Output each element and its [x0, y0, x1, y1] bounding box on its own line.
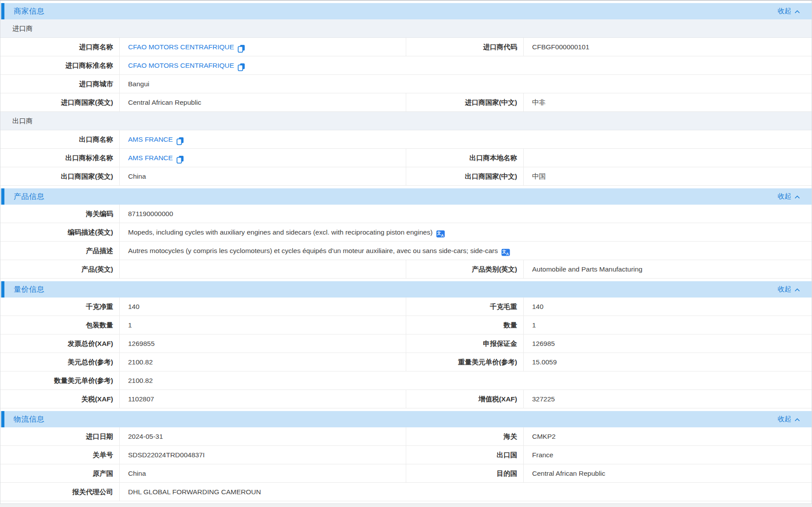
value-text: Mopeds, including cycles with auxiliary …: [128, 228, 433, 236]
table-row: 出口商名称AMS FRANCE: [0, 130, 812, 149]
value-text: China: [128, 173, 146, 180]
field-label: 美元总价(参考): [0, 353, 120, 371]
field-label: 出口商国家(中文): [406, 167, 524, 185]
field-label: 数量美元单价(参考): [0, 371, 120, 389]
value-text: SDSD22024TRD004837I: [128, 451, 205, 459]
field-value: CFAO MOTORS CENTRAFRIQUE: [120, 56, 812, 74]
field-value: 1: [524, 316, 812, 334]
collapse-label: 收起: [778, 415, 791, 424]
value-text: Automobile and Parts Manufacturing: [532, 265, 643, 273]
field-label: 产品描述: [0, 242, 120, 260]
table-row: 海关编码871190000000: [0, 205, 812, 223]
section-product-info: 产品信息收起海关编码871190000000编码描述(英文)Mopeds, in…: [0, 188, 812, 279]
table-row: 包装数量1数量1: [0, 316, 812, 334]
value-text: Central African Republic: [532, 470, 605, 477]
field-value: 1: [120, 316, 406, 334]
company-link[interactable]: AMS FRANCE: [128, 136, 173, 143]
field-value: 2024-05-31: [120, 427, 406, 445]
section-accent-bar: [1, 411, 4, 427]
value-text: DHL GLOBAL FORWARDING CAMEROUN: [128, 488, 261, 496]
table-row: 编码描述(英文)Mopeds, including cycles with au…: [0, 223, 812, 242]
field-label: 出口商国家(英文): [0, 167, 120, 185]
table-row: 出口商国家(英文)China出口商国家(中文)中国: [0, 167, 812, 186]
table-row: 进口商标准名称CFAO MOTORS CENTRAFRIQUE: [0, 56, 812, 75]
table-row: 关单号SDSD22024TRD004837I出口国France: [0, 446, 812, 464]
table-row: 报关代理公司DHL GLOBAL FORWARDING CAMEROUN: [0, 483, 812, 501]
field-label: 出口商名称: [0, 130, 120, 148]
collapse-button[interactable]: 收起: [778, 7, 812, 16]
field-value: Central African Republic: [120, 93, 406, 111]
value-text: 140: [532, 303, 544, 310]
copy-icon[interactable]: [176, 137, 184, 145]
table-row: 进口日期2024-05-31海关CMKP2: [0, 427, 812, 446]
field-value: China: [120, 464, 406, 482]
field-value: AMS FRANCE: [120, 130, 812, 148]
value-text: China: [128, 470, 146, 477]
table-row: 发票总价(XAF)1269855申报保证金126985: [0, 334, 812, 353]
section-accent-bar: [1, 3, 4, 19]
field-label: 进口日期: [0, 427, 120, 445]
value-text: Autres motocycles (y compris les cyclomo…: [128, 247, 498, 254]
field-label: 进口商城市: [0, 75, 120, 93]
field-label: 进口商国家(英文): [0, 93, 120, 111]
value-text: 1: [128, 321, 132, 329]
collapse-button[interactable]: 收起: [778, 285, 812, 294]
subsection-header-importer: 进口商: [0, 19, 812, 38]
field-value: Bangui: [120, 75, 812, 93]
company-link[interactable]: CFAO MOTORS CENTRAFRIQUE: [128, 43, 234, 51]
value-text: 1269855: [128, 340, 154, 347]
trade-record-detail-panel: 商家信息收起进口商进口商名称CFAO MOTORS CENTRAFRIQUE进口…: [0, 0, 812, 504]
svg-text:A: A: [506, 252, 509, 256]
value-text: 中非: [532, 99, 546, 106]
field-label: 增值税(XAF): [406, 390, 524, 408]
field-label: 申报保证金: [406, 334, 524, 353]
field-value: China: [120, 167, 406, 185]
logistics-info-header: 物流信息收起: [0, 411, 812, 427]
collapse-button[interactable]: 收起: [778, 415, 812, 424]
field-value: AMS FRANCE: [120, 149, 406, 167]
table-row: 出口商标准名称AMS FRANCE出口商本地名称: [0, 149, 812, 167]
value-text: Bangui: [128, 80, 149, 88]
field-value: 15.0059: [524, 353, 812, 371]
section-merchant-info: 商家信息收起进口商进口商名称CFAO MOTORS CENTRAFRIQUE进口…: [0, 3, 812, 186]
translate-icon[interactable]: 文A: [501, 249, 510, 256]
section-title: 商家信息: [14, 6, 44, 16]
field-label: 出口商标准名称: [0, 149, 120, 167]
table-row: 进口商名称CFAO MOTORS CENTRAFRIQUE进口商代码CFBGF0…: [0, 38, 812, 56]
field-value: 中国: [524, 167, 812, 185]
value-text: 1: [532, 321, 536, 329]
field-label: 产品类别(英文): [406, 260, 524, 278]
table-row: 关税(XAF)1102807增值税(XAF)327225: [0, 390, 812, 408]
field-label: 报关代理公司: [0, 483, 120, 501]
value-text: 2024-05-31: [128, 433, 163, 440]
copy-icon[interactable]: [238, 63, 245, 71]
translate-icon[interactable]: 文A: [436, 230, 445, 238]
value-text: Central African Republic: [128, 99, 201, 106]
table-row: 数量美元单价(参考)2100.82: [0, 371, 812, 390]
field-value: 126985: [524, 334, 812, 353]
field-value: 140: [120, 298, 406, 316]
copy-icon[interactable]: [238, 44, 245, 53]
section-title: 物流信息: [14, 414, 44, 424]
value-text: 126985: [532, 340, 555, 347]
copy-icon[interactable]: [176, 155, 184, 164]
field-value: 1102807: [120, 390, 406, 408]
field-label: 目的国: [406, 464, 524, 482]
company-link[interactable]: AMS FRANCE: [128, 154, 173, 162]
collapse-label: 收起: [778, 192, 791, 201]
collapse-button[interactable]: 收起: [778, 192, 812, 201]
table-row: 原产国China目的国Central African Republic: [0, 464, 812, 483]
field-label: 关单号: [0, 446, 120, 464]
field-value: Mopeds, including cycles with auxiliary …: [120, 223, 812, 241]
chevron-up-icon: [794, 417, 800, 422]
table-row: 千克净重140千克毛重140: [0, 298, 812, 316]
value-text: France: [532, 451, 553, 459]
field-value: SDSD22024TRD004837I: [120, 446, 406, 464]
field-value: [524, 149, 812, 167]
field-value: CFBGF000000101: [524, 38, 812, 56]
quantity-price-info-header: 量价信息收起: [0, 281, 812, 298]
company-link[interactable]: CFAO MOTORS CENTRAFRIQUE: [128, 62, 234, 69]
section-accent-bar: [1, 188, 4, 205]
chevron-up-icon: [794, 195, 800, 199]
field-label: 产品(英文): [0, 260, 120, 278]
